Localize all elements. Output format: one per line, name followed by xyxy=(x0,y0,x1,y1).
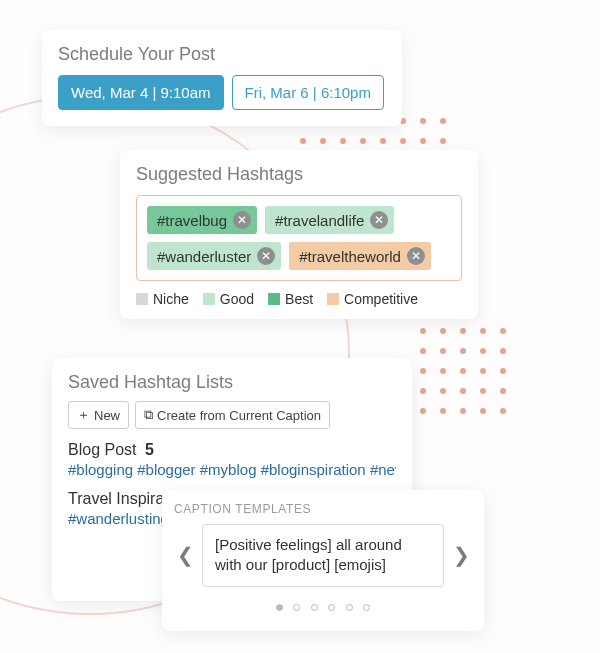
schedule-post-card: Schedule Your Post Wed, Mar 4 | 9:10am F… xyxy=(42,30,402,126)
caption-pager xyxy=(174,597,472,615)
pager-dot[interactable] xyxy=(293,604,300,611)
hashtag-chip: #wanderluster ✕ xyxy=(147,242,281,270)
schedule-time-option[interactable]: Wed, Mar 4 | 9:10am xyxy=(58,75,224,110)
legend-competitive: Competitive xyxy=(327,291,418,307)
new-list-label: New xyxy=(94,408,120,423)
list-hashtags: #blogging #blogger #myblog #bloginspirat… xyxy=(68,461,396,478)
caption-templates-label: CAPTION TEMPLATES xyxy=(174,502,472,516)
schedule-title: Schedule Your Post xyxy=(58,44,386,65)
chevron-right-icon[interactable]: ❯ xyxy=(450,543,472,567)
hashtag-chip: #travelbug ✕ xyxy=(147,206,257,234)
new-list-button[interactable]: ＋ New xyxy=(68,401,129,429)
list-count: 5 xyxy=(145,441,154,458)
saved-list-row[interactable]: Blog Post 5 #blogging #blogger #myblog #… xyxy=(68,441,396,478)
swatch-icon xyxy=(268,293,280,305)
decorative-dots-right xyxy=(420,328,506,414)
hashtag-text: #travelandlife xyxy=(275,212,364,229)
legend-best: Best xyxy=(268,291,313,307)
legend-niche: Niche xyxy=(136,291,189,307)
hashtag-chip: #travelandlife ✕ xyxy=(265,206,394,234)
remove-hashtag-icon[interactable]: ✕ xyxy=(233,211,251,229)
chevron-left-icon[interactable]: ❮ xyxy=(174,543,196,567)
pager-dot[interactable] xyxy=(363,604,370,611)
create-from-caption-button[interactable]: ⧉ Create from Current Caption xyxy=(135,401,330,429)
hashtag-text: #travelbug xyxy=(157,212,227,229)
copy-icon: ⧉ xyxy=(144,407,153,423)
hashtag-text: #traveltheworld xyxy=(299,248,401,265)
swatch-icon xyxy=(327,293,339,305)
remove-hashtag-icon[interactable]: ✕ xyxy=(370,211,388,229)
hashtag-text: #wanderluster xyxy=(157,248,251,265)
plus-icon: ＋ xyxy=(77,406,90,424)
create-from-caption-label: Create from Current Caption xyxy=(157,408,321,423)
pager-dot[interactable] xyxy=(276,604,283,611)
suggested-title: Suggested Hashtags xyxy=(136,164,462,185)
remove-hashtag-icon[interactable]: ✕ xyxy=(257,247,275,265)
hashtag-input-box[interactable]: #travelbug ✕ #travelandlife ✕ #wanderlus… xyxy=(136,195,462,281)
caption-template-text[interactable]: [Positive feelings] all around with our … xyxy=(202,524,444,587)
list-name: Blog Post xyxy=(68,441,136,458)
schedule-time-option[interactable]: Fri, Mar 6 | 6:10pm xyxy=(232,75,384,110)
suggested-hashtags-card: Suggested Hashtags #travelbug ✕ #travela… xyxy=(120,150,478,319)
legend-good: Good xyxy=(203,291,254,307)
hashtag-chip: #traveltheworld ✕ xyxy=(289,242,431,270)
remove-hashtag-icon[interactable]: ✕ xyxy=(407,247,425,265)
saved-lists-title: Saved Hashtag Lists xyxy=(68,372,396,393)
hashtag-legend: Niche Good Best Competitive xyxy=(136,291,462,307)
caption-templates-card: CAPTION TEMPLATES ❮ [Positive feelings] … xyxy=(162,490,484,631)
pager-dot[interactable] xyxy=(311,604,318,611)
swatch-icon xyxy=(203,293,215,305)
pager-dot[interactable] xyxy=(328,604,335,611)
schedule-times: Wed, Mar 4 | 9:10am Fri, Mar 6 | 6:10pm xyxy=(58,75,386,110)
swatch-icon xyxy=(136,293,148,305)
pager-dot[interactable] xyxy=(346,604,353,611)
